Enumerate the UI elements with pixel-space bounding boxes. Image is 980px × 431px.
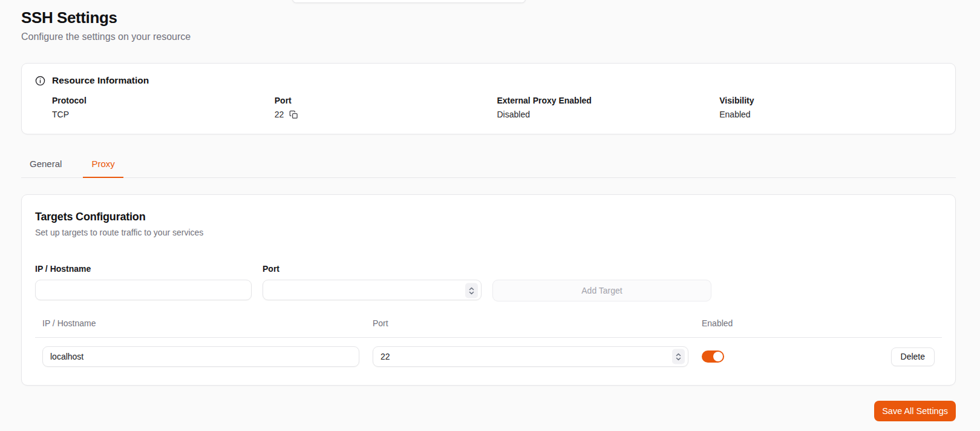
copy-icon[interactable] (289, 110, 298, 119)
table-header-row: IP / Hostname Port Enabled (35, 318, 942, 328)
add-target-form: IP / Hostname Port Add Target (35, 264, 942, 301)
table-divider (35, 337, 942, 338)
targets-table: IP / Hostname Port Enabled (35, 318, 942, 367)
save-all-settings-button[interactable]: Save All Settings (874, 401, 956, 421)
column-header-ip: IP / Hostname (42, 318, 359, 328)
resource-fields: Protocol TCP Port 22 External Proxy Enab… (52, 96, 942, 119)
delete-button[interactable]: Delete (891, 347, 935, 366)
port-value: 22 (275, 110, 284, 119)
settings-page: SSH Settings Configure the settings on y… (0, 0, 980, 421)
field-label: Visibility (719, 96, 942, 105)
field-label: Protocol (52, 96, 275, 105)
targets-configuration-card: Targets Configuration Set up targets to … (21, 194, 956, 386)
field-value: TCP (52, 110, 275, 119)
ip-hostname-label: IP / Hostname (35, 264, 252, 274)
page-subtitle: Configure the settings on your resource (21, 31, 956, 42)
add-target-button[interactable]: Add Target (492, 280, 711, 301)
field-value: Disabled (497, 110, 720, 119)
field-visibility: Visibility Enabled (719, 96, 942, 119)
field-label: External Proxy Enabled (497, 96, 720, 105)
row-port-input[interactable] (373, 346, 688, 367)
ip-hostname-input[interactable] (35, 280, 252, 300)
page-title: SSH Settings (21, 8, 956, 27)
table-row: Delete (35, 346, 942, 367)
field-value: Enabled (719, 110, 942, 119)
targets-subtitle: Set up targets to route traffic to your … (35, 228, 942, 237)
enabled-toggle[interactable] (702, 350, 724, 363)
top-bar-remnant (292, 0, 526, 3)
footer-actions: Save All Settings (21, 401, 956, 421)
port-input[interactable] (263, 280, 482, 300)
field-port: Port 22 (275, 96, 497, 119)
port-input-wrap (263, 280, 482, 301)
toggle-knob (713, 352, 723, 361)
column-header-port: Port (373, 318, 688, 328)
number-stepper-icon[interactable] (465, 283, 478, 298)
number-stepper-icon[interactable] (672, 349, 685, 364)
targets-title: Targets Configuration (35, 211, 942, 223)
field-label: Port (275, 96, 497, 105)
settings-tabs: General Proxy (21, 152, 956, 178)
resource-information-card: Resource Information Protocol TCP Port 2… (21, 63, 956, 134)
resource-information-title: Resource Information (52, 75, 149, 86)
tab-proxy[interactable]: Proxy (83, 152, 123, 178)
field-value: 22 (275, 110, 497, 119)
column-header-enabled: Enabled (702, 318, 921, 328)
tab-general[interactable]: General (21, 152, 70, 178)
field-protocol: Protocol TCP (52, 96, 275, 119)
row-ip-input[interactable] (42, 346, 359, 367)
row-port-input-wrap (373, 346, 688, 367)
port-label: Port (263, 264, 482, 274)
field-external-proxy: External Proxy Enabled Disabled (497, 96, 720, 119)
info-icon (35, 76, 45, 86)
